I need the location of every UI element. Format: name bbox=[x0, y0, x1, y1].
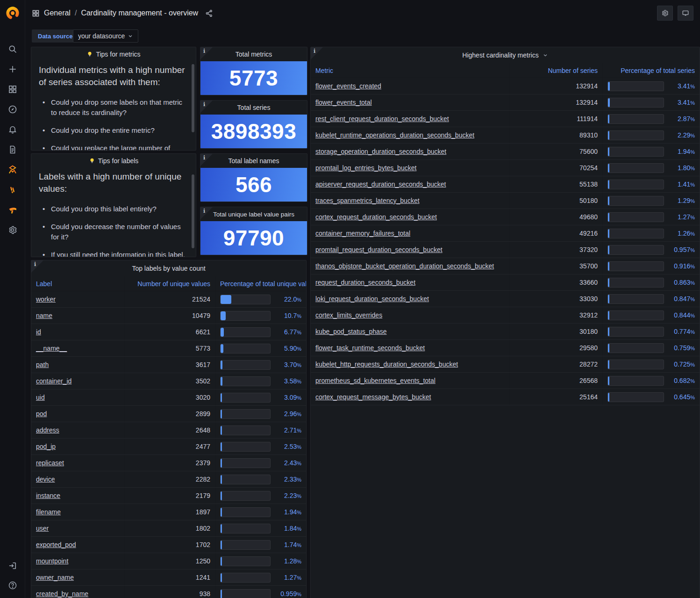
percentage-value: 5.90% bbox=[275, 345, 301, 352]
table-row: name1047910.7% bbox=[31, 308, 306, 324]
percentage-value: 3.70% bbox=[275, 361, 301, 368]
metric-link[interactable]: rest_client_request_duration_seconds_buc… bbox=[315, 115, 449, 122]
alerting-icon[interactable] bbox=[7, 124, 18, 135]
metric-link[interactable]: apiserver_request_duration_seconds_bucke… bbox=[315, 180, 446, 188]
column-header-percentage[interactable]: Percentage of total series bbox=[603, 63, 700, 78]
metric-link[interactable]: prometheus_sd_kubernetes_events_total bbox=[315, 377, 436, 384]
documentation-icon[interactable] bbox=[7, 144, 18, 155]
table-row: device22822.33% bbox=[31, 471, 306, 488]
series-count: 70254 bbox=[510, 160, 603, 176]
percentage-value: 2.23% bbox=[275, 492, 301, 499]
mimir-icon[interactable] bbox=[7, 165, 18, 175]
label-link[interactable]: path bbox=[36, 361, 49, 368]
series-count: 1702 bbox=[125, 537, 215, 553]
label-link[interactable]: filename bbox=[36, 508, 61, 516]
column-header-number-of-series[interactable]: Number of series bbox=[510, 63, 603, 78]
metric-link[interactable]: cortex_request_message_bytes_bucket bbox=[315, 393, 431, 401]
breadcrumb-section[interactable]: General bbox=[44, 9, 71, 17]
label-link[interactable]: created_by_name bbox=[36, 590, 88, 598]
settings-icon[interactable] bbox=[7, 225, 18, 235]
sign-in-icon[interactable] bbox=[7, 561, 18, 571]
metric-link[interactable]: storage_operation_duration_seconds_bucke… bbox=[315, 148, 446, 155]
panel-menu-chevron-icon[interactable] bbox=[543, 52, 548, 58]
table-row: exported_pod17021.74% bbox=[31, 537, 306, 553]
percentage-gauge bbox=[607, 327, 664, 337]
series-count: 33030 bbox=[510, 291, 603, 307]
label-link[interactable]: exported_pod bbox=[36, 541, 76, 548]
percentage-value: 2.71% bbox=[275, 426, 301, 434]
help-icon[interactable] bbox=[7, 580, 18, 591]
series-count: 111914 bbox=[510, 111, 603, 127]
tips-heading: Labels with a high number of unique valu… bbox=[39, 171, 188, 195]
metric-link[interactable]: cortex_limits_overrides bbox=[315, 311, 382, 319]
datasource-picker[interactable]: your datasource bbox=[73, 29, 138, 43]
dashboard-settings-button[interactable] bbox=[657, 6, 673, 21]
loki-icon[interactable] bbox=[7, 185, 18, 195]
explore-icon[interactable] bbox=[7, 104, 18, 115]
column-header-unique-values[interactable]: Number of unique values bbox=[125, 276, 215, 291]
metric-link[interactable]: traces_spanmetrics_latency_bucket bbox=[315, 197, 420, 204]
column-header-label[interactable]: Label bbox=[31, 276, 125, 291]
label-link[interactable]: owner_name bbox=[36, 574, 74, 581]
label-link[interactable]: user bbox=[36, 525, 49, 532]
series-count: 37320 bbox=[510, 242, 603, 258]
label-link[interactable]: pod bbox=[36, 410, 47, 418]
percentage-cell: 10.7% bbox=[215, 308, 306, 324]
metric-link[interactable]: promtail_request_duration_seconds_bucket bbox=[315, 246, 443, 253]
tempo-icon[interactable] bbox=[7, 205, 18, 215]
label-link[interactable]: uid bbox=[36, 394, 45, 401]
stat-value: 97790 bbox=[200, 221, 307, 255]
add-icon[interactable] bbox=[7, 64, 18, 74]
label-link[interactable]: instance bbox=[36, 492, 60, 499]
table-row: storage_operation_duration_seconds_bucke… bbox=[311, 144, 700, 160]
grafana-logo[interactable] bbox=[0, 0, 25, 26]
metric-link[interactable]: thanos_objstore_bucket_operation_duratio… bbox=[315, 262, 494, 270]
table-row: created_by_name9380.959% bbox=[31, 586, 306, 598]
metric-link[interactable]: loki_request_duration_seconds_bucket bbox=[315, 295, 429, 303]
label-link[interactable]: mountpoint bbox=[36, 557, 68, 565]
scrollbar[interactable] bbox=[192, 174, 194, 248]
label-link[interactable]: replicaset bbox=[36, 459, 64, 467]
label-link[interactable]: __name__ bbox=[36, 345, 67, 352]
label-link[interactable]: worker bbox=[36, 295, 56, 303]
label-link[interactable]: device bbox=[36, 476, 55, 483]
dashboards-icon[interactable] bbox=[7, 84, 18, 94]
kiosk-mode-button[interactable] bbox=[678, 6, 693, 21]
page-title: Cardinality management - overview bbox=[81, 9, 198, 17]
metric-link[interactable]: flower_events_created bbox=[315, 82, 381, 90]
metric-link[interactable]: flower_events_total bbox=[315, 99, 372, 106]
panel-title: Top labels by value count bbox=[31, 260, 306, 276]
column-header-metric[interactable]: Metric bbox=[311, 63, 510, 78]
table-row: flower_events_total1329143.41% bbox=[311, 94, 700, 111]
series-count: 75600 bbox=[510, 144, 603, 159]
share-icon[interactable] bbox=[205, 9, 213, 17]
metric-link[interactable]: flower_task_runtime_seconds_bucket bbox=[315, 344, 425, 352]
percentage-cell: 0.645% bbox=[603, 389, 700, 405]
percentage-cell: 0.682% bbox=[603, 373, 700, 389]
percentage-value: 0.645% bbox=[669, 393, 695, 401]
series-count: 3617 bbox=[125, 357, 215, 373]
metric-link[interactable]: kubelet_runtime_operations_duration_seco… bbox=[315, 131, 474, 139]
percentage-cell: 1.94% bbox=[603, 144, 700, 159]
metric-link[interactable]: kubelet_http_requests_duration_seconds_b… bbox=[315, 360, 458, 368]
percentage-value: 0.844% bbox=[669, 311, 695, 319]
series-count: 2477 bbox=[125, 439, 215, 454]
percentage-value: 0.957% bbox=[669, 246, 695, 253]
label-link[interactable]: id bbox=[36, 328, 41, 336]
label-link[interactable]: name bbox=[36, 312, 52, 319]
percentage-cell: 5.90% bbox=[215, 340, 306, 356]
label-link[interactable]: address bbox=[36, 426, 59, 434]
label-link[interactable]: container_id bbox=[36, 377, 71, 385]
column-header-percentage[interactable]: Percentage of total unique values bbox=[215, 276, 306, 291]
table-row: id66216.77% bbox=[31, 324, 306, 340]
metric-link[interactable]: promtail_log_entries_bytes_bucket bbox=[315, 164, 416, 172]
search-icon[interactable] bbox=[7, 44, 18, 54]
metric-link[interactable]: request_duration_seconds_bucket bbox=[315, 279, 415, 286]
percentage-cell: 0.847% bbox=[603, 291, 700, 307]
label-link[interactable]: pod_ip bbox=[36, 443, 56, 450]
metric-link[interactable]: kube_pod_status_phase bbox=[315, 328, 387, 335]
percentage-value: 2.53% bbox=[275, 443, 301, 450]
scrollbar[interactable] bbox=[192, 64, 194, 132]
metric-link[interactable]: container_memory_failures_total bbox=[315, 230, 410, 237]
metric-link[interactable]: cortex_request_duration_seconds_bucket bbox=[315, 213, 437, 221]
